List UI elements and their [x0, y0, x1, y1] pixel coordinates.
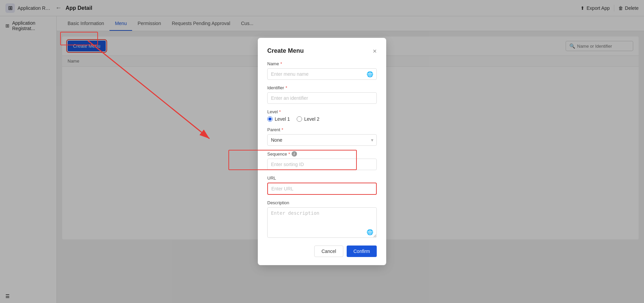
level1-label: Level 1 [275, 116, 290, 122]
identifier-input[interactable] [267, 92, 377, 104]
name-globe-icon: 🌐 [367, 71, 373, 77]
description-label: Description [267, 200, 377, 205]
modal-footer: Cancel Confirm [267, 246, 377, 257]
level2-label: Level 2 [304, 116, 319, 122]
parent-required: * [281, 127, 283, 132]
description-textarea-wrapper: 🌐 [267, 207, 377, 239]
sequence-label: Sequence * i [267, 151, 377, 157]
name-input[interactable] [267, 68, 377, 80]
parent-label: Parent * [267, 127, 377, 132]
identifier-label: Identifier * [267, 85, 377, 90]
name-label: Name * [267, 61, 377, 66]
level-radio-group: Level 1 Level 2 [267, 116, 377, 122]
identifier-field-group: Identifier * [267, 85, 377, 104]
name-field-group: Name * 🌐 [267, 61, 377, 80]
modal-header: Create Menu × [267, 47, 377, 54]
description-field-group: Description 🌐 [267, 200, 377, 239]
modal-title: Create Menu [267, 47, 304, 54]
sequence-info-icon: i [292, 151, 297, 157]
sequence-field-group: Sequence * i [267, 151, 377, 170]
name-required: * [280, 61, 282, 66]
name-input-wrapper: 🌐 [267, 68, 377, 80]
parent-select-wrapper: None [267, 134, 377, 146]
sequence-input[interactable] [267, 159, 377, 170]
sequence-required: * [289, 152, 290, 157]
level-label: Level * [267, 109, 377, 114]
level1-radio-label[interactable]: Level 1 [267, 116, 290, 122]
description-globe-icon: 🌐 [367, 229, 373, 235]
url-field-group: URL [267, 176, 377, 195]
parent-field-group: Parent * None [267, 127, 377, 146]
identifier-required: * [286, 85, 287, 90]
cancel-button[interactable]: Cancel [314, 246, 343, 257]
confirm-button[interactable]: Confirm [347, 246, 377, 257]
level2-radio-label[interactable]: Level 2 [297, 116, 319, 122]
description-textarea[interactable] [267, 207, 377, 238]
url-label: URL [267, 176, 377, 181]
create-menu-modal: Create Menu × Name * 🌐 Identifier * Leve… [258, 38, 386, 265]
level-field-group: Level * Level 1 Level 2 [267, 109, 377, 122]
url-input[interactable] [267, 183, 377, 195]
level2-radio[interactable] [297, 116, 302, 122]
level-required: * [279, 109, 281, 114]
modal-close-button[interactable]: × [373, 48, 377, 54]
parent-select[interactable]: None [267, 134, 377, 146]
level1-radio[interactable] [267, 116, 273, 122]
